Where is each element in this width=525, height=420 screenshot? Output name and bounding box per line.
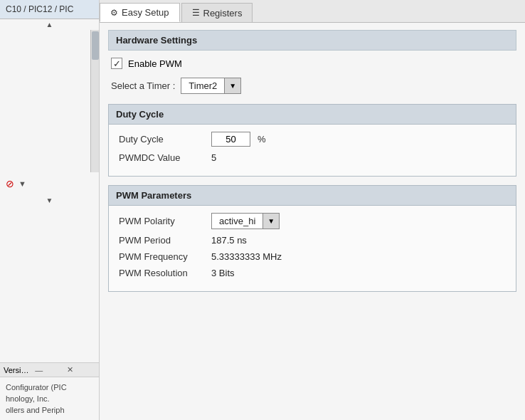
pwm-frequency-value: 5.33333333 MHz (211, 251, 282, 262)
versions-minimize-btn[interactable]: — (35, 366, 63, 374)
enable-pwm-checkbox[interactable]: ✓ (111, 58, 122, 69)
duty-cycle-panel: Duty Cycle Duty Cycle % PWMDC Value 5 (108, 104, 516, 177)
pwm-frequency-label: PWM Frequency (119, 251, 204, 262)
pwmdc-label: PWMDC Value (119, 152, 204, 163)
registers-icon: ☰ (192, 8, 200, 18)
pwm-parameters-panel-body: PWM Polarity active_hi ▼ PWM Period 187.… (109, 206, 516, 291)
polarity-dropdown-arrow-icon: ▼ (267, 217, 275, 225)
timer-dropdown[interactable]: Timer2 ▼ (181, 78, 241, 94)
duty-cycle-panel-title: Duty Cycle (109, 105, 516, 125)
select-timer-row: Select a Timer : Timer2 ▼ (108, 78, 516, 94)
pwm-frequency-row: PWM Frequency 5.33333333 MHz (119, 251, 506, 262)
sidebar-bottom-item-1: Configurator (PIC (6, 382, 93, 393)
scroll-down-arrow[interactable]: ▼ (0, 195, 99, 206)
pwmdc-value: 5 (211, 152, 216, 163)
versions-bar: Versions ... — ✕ (0, 362, 99, 377)
pwm-resolution-label: PWM Resolution (119, 268, 204, 278)
hardware-settings-header: Hardware Settings (108, 30, 516, 51)
main-panel: ⚙ Easy Setup ☰ Registers Hardware Settin… (100, 0, 525, 420)
duty-cycle-panel-body: Duty Cycle % PWMDC Value 5 (109, 125, 516, 176)
polarity-dropdown-value: active_hi (212, 214, 262, 229)
sidebar-dropdown-arrow[interactable]: ▼ (18, 179, 26, 188)
gear-icon: ⚙ (110, 8, 118, 18)
sidebar-bottom-item-3: ollers and Periph (6, 404, 93, 416)
timer-dropdown-value: Timer2 (181, 78, 224, 93)
scroll-up-arrow[interactable]: ▲ (0, 19, 99, 30)
tab-registers-label: Registers (203, 8, 243, 19)
sidebar-bottom: Configurator (PIC hnology, Inc. ollers a… (0, 377, 99, 420)
timer-dropdown-arrow-btn[interactable]: ▼ (224, 78, 240, 93)
pwm-parameters-panel: PWM Parameters PWM Polarity active_hi ▼ … (108, 185, 516, 292)
select-timer-label: Select a Timer : (111, 80, 175, 91)
pwm-period-label: PWM Period (119, 235, 204, 246)
polarity-dropdown-arrow-btn[interactable]: ▼ (262, 214, 279, 229)
tab-easy-setup[interactable]: ⚙ Easy Setup (100, 3, 180, 22)
content-area: Hardware Settings ✓ Enable PWM Select a … (100, 23, 525, 420)
versions-close-btn[interactable]: ✕ (67, 365, 95, 374)
dropdown-arrow-icon: ▼ (229, 82, 236, 90)
pwm-resolution-row: PWM Resolution 3 Bits (119, 268, 506, 278)
pwm-period-row: PWM Period 187.5 ns (119, 235, 506, 246)
duty-cycle-field-label: Duty Cycle (119, 134, 204, 145)
duty-cycle-unit: % (258, 134, 266, 145)
tab-easy-setup-label: Easy Setup (122, 7, 169, 18)
pwmdc-value-row: PWMDC Value 5 (119, 152, 506, 163)
tab-bar: ⚙ Easy Setup ☰ Registers (100, 0, 525, 23)
pwm-polarity-label: PWM Polarity (119, 216, 204, 226)
sidebar: C10 / PIC12 / PIC ▲ ⊘ ▼ ▼ Versions ... —… (0, 0, 100, 420)
pwm-parameters-panel-title: PWM Parameters (109, 186, 516, 206)
tab-registers[interactable]: ☰ Registers (181, 3, 253, 22)
scrollbar[interactable] (90, 30, 99, 172)
duty-cycle-input[interactable] (211, 132, 250, 147)
duty-cycle-row: Duty Cycle % (119, 132, 506, 147)
enable-pwm-label: Enable PWM (128, 58, 182, 69)
pwm-period-value: 187.5 ns (211, 235, 247, 246)
stop-icon: ⊘ (6, 178, 14, 189)
pwm-resolution-value: 3 Bits (211, 268, 235, 278)
checkmark-icon: ✓ (113, 58, 121, 69)
sidebar-top-label: C10 / PIC12 / PIC (0, 0, 99, 19)
enable-pwm-row: ✓ Enable PWM (108, 58, 516, 69)
sidebar-bottom-item-2: hnology, Inc. (6, 393, 93, 404)
pwm-polarity-row: PWM Polarity active_hi ▼ (119, 213, 506, 229)
polarity-dropdown[interactable]: active_hi ▼ (211, 213, 280, 229)
